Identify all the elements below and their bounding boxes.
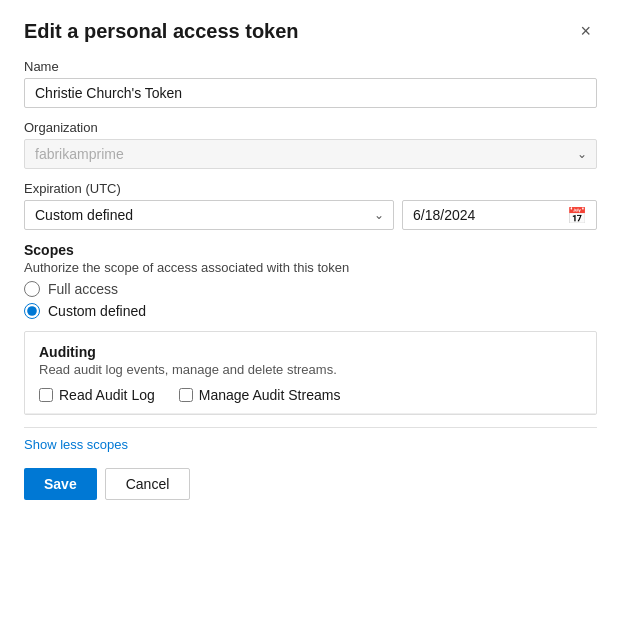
auditing-title: Auditing: [39, 344, 582, 360]
auditing-checkboxes: Read Audit Log Manage Audit Streams: [39, 387, 582, 403]
read-audit-log-label[interactable]: Read Audit Log: [39, 387, 155, 403]
expiration-row: 30 days 60 days 90 days Custom defined ⌄…: [24, 200, 597, 230]
read-audit-log-text: Read Audit Log: [59, 387, 155, 403]
auditing-description: Read audit log events, manage and delete…: [39, 362, 582, 377]
scopes-description: Authorize the scope of access associated…: [24, 260, 597, 275]
footer-divider: [24, 427, 597, 428]
manage-audit-streams-label[interactable]: Manage Audit Streams: [179, 387, 341, 403]
scopes-title: Scopes: [24, 242, 597, 258]
scopes-radio-group: Full access Custom defined: [24, 281, 597, 319]
edit-token-dialog: Edit a personal access token × Name Orga…: [0, 0, 621, 626]
auditing-category: Auditing Read audit log events, manage a…: [25, 332, 596, 414]
organization-select-wrapper: fabrikamprime ⌄: [24, 139, 597, 169]
name-label: Name: [24, 59, 597, 74]
read-audit-log-checkbox[interactable]: [39, 388, 53, 402]
show-scopes-container: Show less scopes: [24, 436, 597, 452]
custom-defined-radio-label[interactable]: Custom defined: [24, 303, 597, 319]
scopes-section: Scopes Authorize the scope of access ass…: [24, 242, 597, 319]
expiration-label: Expiration (UTC): [24, 181, 597, 196]
date-input[interactable]: [402, 200, 597, 230]
full-access-radio[interactable]: [24, 281, 40, 297]
full-access-label: Full access: [48, 281, 118, 297]
dialog-header: Edit a personal access token ×: [24, 20, 597, 43]
close-button[interactable]: ×: [574, 20, 597, 42]
cancel-button[interactable]: Cancel: [105, 468, 191, 500]
expiration-field-group: Expiration (UTC) 30 days 60 days 90 days…: [24, 181, 597, 230]
scopes-box: Auditing Read audit log events, manage a…: [24, 331, 597, 415]
expiration-select-wrapper: 30 days 60 days 90 days Custom defined ⌄: [24, 200, 394, 230]
custom-defined-radio[interactable]: [24, 303, 40, 319]
save-button[interactable]: Save: [24, 468, 97, 500]
name-field-group: Name: [24, 59, 597, 108]
date-input-wrapper: 📅: [402, 200, 597, 230]
organization-field-group: Organization fabrikamprime ⌄: [24, 120, 597, 169]
dialog-title: Edit a personal access token: [24, 20, 299, 43]
full-access-radio-label[interactable]: Full access: [24, 281, 597, 297]
expiration-select[interactable]: 30 days 60 days 90 days Custom defined: [24, 200, 394, 230]
name-input[interactable]: [24, 78, 597, 108]
custom-defined-label: Custom defined: [48, 303, 146, 319]
show-scopes-link[interactable]: Show less scopes: [24, 437, 128, 452]
footer-actions: Save Cancel: [24, 468, 597, 500]
manage-audit-streams-checkbox[interactable]: [179, 388, 193, 402]
organization-select[interactable]: fabrikamprime: [24, 139, 597, 169]
organization-label: Organization: [24, 120, 597, 135]
manage-audit-streams-text: Manage Audit Streams: [199, 387, 341, 403]
